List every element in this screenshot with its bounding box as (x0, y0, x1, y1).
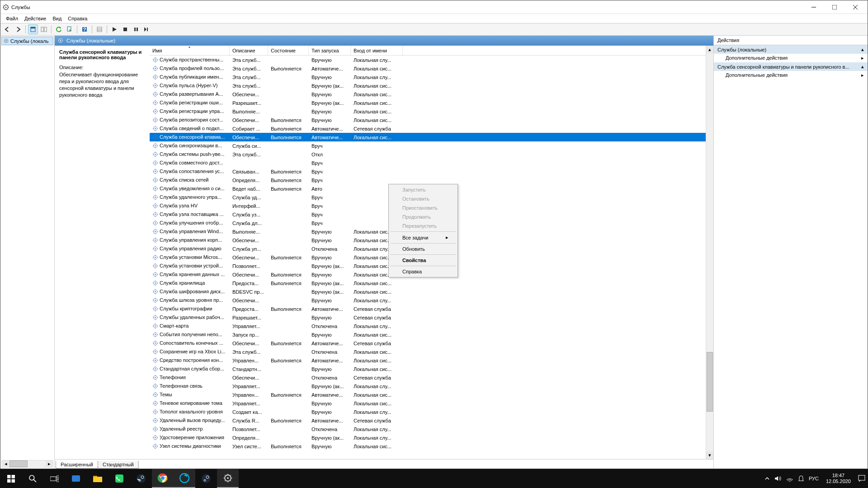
taskbar-app-2[interactable] (108, 469, 130, 488)
ctx-help[interactable]: Справка (390, 267, 457, 276)
table-row[interactable]: Узел системы диагностикиУзел систе...Вып… (150, 442, 706, 450)
table-row[interactable]: Служба совместного дост...Вруч (150, 159, 706, 167)
scroll-thumb[interactable] (9, 460, 28, 467)
export-button[interactable] (65, 24, 75, 34)
table-row[interactable]: Служба профилей пользо...Эта служб...Вып… (150, 64, 706, 73)
tray-volume-icon[interactable] (774, 475, 782, 482)
start-service-button[interactable] (109, 24, 119, 34)
table-row[interactable]: Удаленный вызов процеду...Служба R...Вып… (150, 416, 706, 425)
tab-standard[interactable]: Стандартный (98, 461, 139, 469)
actions-more-2[interactable]: Дополнительные действия ▸ (714, 71, 868, 80)
toolbar-btn-1[interactable] (28, 24, 38, 34)
ctx-refresh[interactable]: Обновить (390, 244, 457, 253)
table-row[interactable]: Служба пространственны...Эта служб...Вру… (150, 56, 706, 64)
table-row[interactable]: Служба системы push-уве...Эта служб...От… (150, 150, 706, 159)
table-row[interactable]: Служба сенсорной клавиа...Обеспечи...Вып… (150, 133, 706, 141)
tray-chevron-icon[interactable] (764, 476, 770, 481)
stop-service-button[interactable] (120, 24, 130, 34)
table-row[interactable]: События получения непо...Запуск пр...Вру… (150, 330, 706, 339)
back-button[interactable] (2, 24, 12, 34)
tree-hscroll[interactable]: ◂ ▸ (1, 460, 53, 468)
table-row[interactable]: Служба публикации имен...Эта служб...Вру… (150, 73, 706, 81)
table-row[interactable]: ТемыУправлен...ВыполняетсяАвтоматиче...Л… (150, 390, 706, 399)
search-button[interactable] (22, 469, 43, 488)
table-row[interactable]: Служба регистрации упра...Выполняе...Вру… (150, 107, 706, 116)
tray-notifications-icon[interactable] (858, 475, 865, 482)
taskbar-explorer[interactable] (87, 469, 108, 488)
pause-service-button[interactable] (131, 24, 141, 34)
ctx-all-tasks[interactable]: Все задачи▸ (390, 233, 457, 242)
toolbar-btn-2[interactable] (39, 24, 49, 34)
table-row[interactable]: Сохранение игр на Xbox Li...Эта служб...… (150, 347, 706, 356)
table-row[interactable]: Служба шифрования диск...BDESVC пр...Вру… (150, 287, 706, 296)
scroll-track[interactable] (706, 53, 713, 451)
tray-clock[interactable]: 18:47 12.05.2020 (823, 473, 854, 484)
scroll-down-icon[interactable]: ▾ (706, 451, 713, 459)
table-row[interactable]: Служба синхронизации в...Служба си...Вру… (150, 141, 706, 150)
tray-network-icon[interactable] (786, 475, 793, 482)
menu-file[interactable]: Файл (3, 15, 21, 22)
taskview-button[interactable] (43, 469, 65, 488)
taskbar-app-1[interactable] (65, 469, 87, 488)
scroll-right-icon[interactable]: ▸ (45, 460, 53, 467)
table-row[interactable]: Телефонная связьУправляет...Вручную (ак.… (150, 382, 706, 390)
toolbar-btn-3[interactable] (94, 24, 104, 34)
tray-lang[interactable]: РУС (809, 476, 819, 481)
col-description[interactable]: Описание (230, 46, 268, 55)
tree-root[interactable]: Службы (локаль (1, 37, 53, 45)
maximize-button[interactable] (824, 0, 845, 14)
table-row[interactable]: Удаленный реестрПозволяет...ОтключенаЛок… (150, 425, 706, 433)
table-row[interactable]: ТелефонияОбеспечи...ОтключенаСетевая слу… (150, 373, 706, 382)
taskbar-services[interactable] (217, 469, 239, 488)
table-row[interactable]: Служба списка сетейОпределя...Выполняетс… (150, 176, 706, 184)
table-row[interactable]: Служба хранилищаПредоста...ВыполняетсяВр… (150, 279, 706, 287)
table-row[interactable]: Сопоставитель конечных ...Обеспечи...Вып… (150, 339, 706, 347)
table-row[interactable]: Служба регистрации оши...Разрешает...Вру… (150, 99, 706, 107)
forward-button[interactable] (13, 24, 23, 34)
table-row[interactable]: Службы удаленных рабоч...Разрешает...Вру… (150, 313, 706, 322)
table-row[interactable]: Стандартная служба сбор...Стандартн...Вр… (150, 365, 706, 373)
vscroll[interactable]: ▴ ▾ (706, 46, 713, 459)
tray-time: 18:47 (826, 473, 851, 479)
table-row[interactable]: Средство построения кон...Управлен...Вып… (150, 356, 706, 365)
menu-action[interactable]: Действие (22, 15, 49, 22)
scroll-thumb[interactable] (707, 352, 713, 412)
taskbar-steam-2[interactable] (195, 469, 217, 488)
table-row[interactable]: Служба развертывания A...Обеспечи...Вруч… (150, 90, 706, 99)
scroll-up-icon[interactable]: ▴ (706, 46, 713, 53)
table-row[interactable]: Теневое копирование томаУправляет...Вруч… (150, 399, 706, 408)
cell-startup: Вручную (309, 229, 351, 235)
table-row[interactable]: Служба сопоставления ус...Связыван...Вып… (150, 167, 706, 176)
table-row[interactable]: Служба пульса (Hyper-V)Эта служб...Вручн… (150, 81, 706, 90)
tray-icon[interactable] (798, 475, 804, 482)
col-name[interactable]: ▴Имя (150, 46, 230, 55)
menu-view[interactable]: Вид (50, 15, 64, 22)
table-row[interactable]: Служба сведений о подкл...Собирает ...Вы… (150, 124, 706, 133)
table-row[interactable]: Смарт-картаУправляет...ОтключенаЛокальна… (150, 322, 706, 330)
minimize-button[interactable] (803, 0, 824, 14)
actions-group-local[interactable]: Службы (локальные) ▴ (714, 45, 868, 54)
scroll-left-icon[interactable]: ◂ (2, 460, 9, 467)
tab-extended[interactable]: Расширенный (56, 461, 98, 469)
actions-more-1[interactable]: Дополнительные действия ▸ (714, 54, 868, 62)
ctx-properties[interactable]: Свойства (390, 256, 457, 265)
actions-group-service[interactable]: Служба сенсорной клавиатуры и панели рук… (714, 62, 868, 71)
taskbar-chrome[interactable] (152, 469, 174, 488)
table-row[interactable]: Службы криптографииПредоста...Выполняетс… (150, 305, 706, 313)
col-status[interactable]: Состояние (268, 46, 309, 55)
taskbar-app-3[interactable] (174, 469, 195, 488)
help-button[interactable]: ? (80, 24, 90, 34)
table-row[interactable]: Служба репозитория сост...Обеспечи...Вып… (150, 116, 706, 124)
start-button[interactable] (0, 469, 22, 488)
taskbar-steam-1[interactable] (130, 469, 152, 488)
table-row[interactable]: Тополог канального уровняСоздает ка...Вр… (150, 408, 706, 416)
restart-service-button[interactable] (142, 24, 152, 34)
col-startup[interactable]: Тип запуска (309, 46, 351, 55)
table-row[interactable]: Служба шлюза уровня пр...Обеспечи...Вруч… (150, 296, 706, 305)
refresh-button[interactable] (54, 24, 64, 34)
close-button[interactable] (845, 0, 866, 14)
actions-title: Действия (714, 36, 868, 45)
table-row[interactable]: Удостоверение приложенияОпределя...Вручн… (150, 433, 706, 442)
menu-help[interactable]: Справка (65, 15, 90, 22)
col-logon[interactable]: Вход от имени (351, 46, 403, 55)
